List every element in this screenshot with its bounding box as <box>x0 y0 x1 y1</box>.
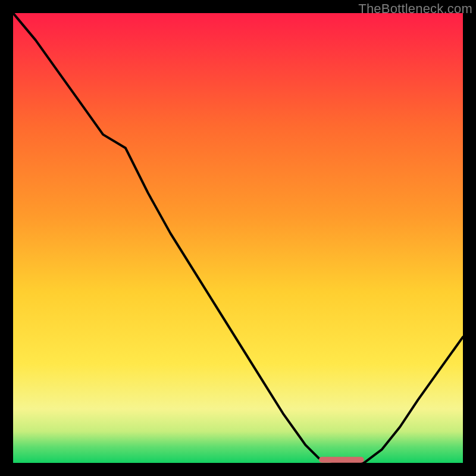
optimal-range-marker <box>319 457 364 463</box>
heatmap-background <box>13 13 463 463</box>
chart-frame <box>13 13 463 463</box>
watermark-text: TheBottleneck.com <box>358 1 472 17</box>
bottleneck-chart <box>13 13 463 463</box>
